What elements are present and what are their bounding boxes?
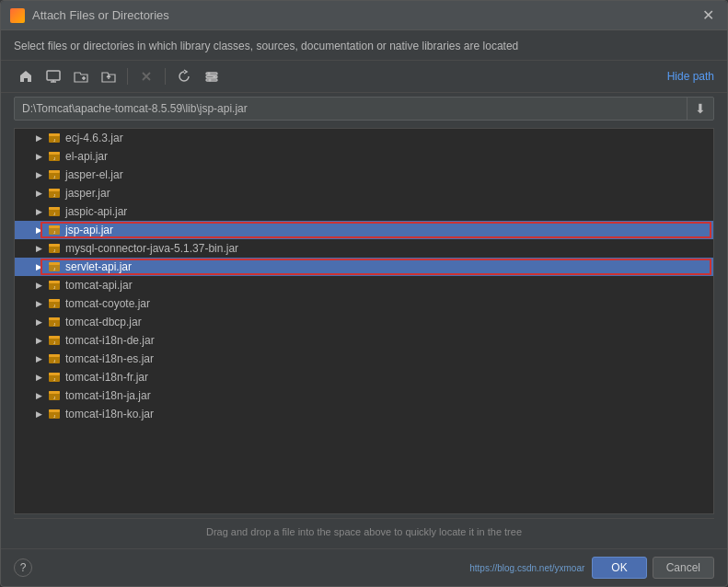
jar-icon: J [48,334,61,347]
folder-up-button[interactable] [97,66,121,86]
ok-button[interactable]: OK [592,557,646,579]
help-button[interactable]: ? [14,558,32,577]
jar-icon: J [48,187,61,200]
list-item[interactable]: ▶ J ecj-4.6.3.jar [15,129,713,147]
expand-arrow-icon: ▶ [33,261,44,272]
jar-icon: J [48,297,61,310]
list-item[interactable]: ▶ J jaspic-api.jar [15,202,713,221]
file-name: el-api.jar [65,150,108,163]
new-folder-button[interactable] [69,66,93,86]
tree-item-wrapper: ▶ J tomcat-i18n-ja.jar [15,386,713,405]
list-item[interactable]: ▶ J tomcat-i18n-fr.jar [15,368,713,386]
expand-arrow-icon: ▶ [33,280,44,291]
tree-item-wrapper: ▶ J jsp-api.jar [15,221,713,239]
toolbar: Hide path [1,61,727,93]
list-item[interactable]: ▶ J el-api.jar [15,147,713,166]
desktop-button[interactable] [41,66,65,86]
jar-icon: J [48,260,61,273]
settings-button[interactable] [200,66,224,86]
svg-text:J: J [53,248,55,253]
jar-icon: J [48,408,61,420]
tree-item-wrapper: ▶ J servlet-api.jar [15,258,713,276]
jar-icon: J [48,371,61,384]
title-bar: Attach Files or Directories ✕ [1,1,727,30]
refresh-button[interactable] [172,66,196,86]
home-button[interactable] [14,66,38,86]
drag-hint: Drag and drop a file into the space abov… [14,518,714,545]
list-item[interactable]: ▶ J servlet-api.jar [15,258,713,276]
dialog-title: Attach Files or Directories [32,8,699,22]
expand-arrow-icon: ▶ [33,353,44,364]
svg-rect-26 [49,244,60,247]
path-download-button[interactable]: ⬇ [687,98,713,120]
svg-text:J: J [53,230,55,235]
file-tree[interactable]: ▶ J ecj-4.6.3.jar▶ J el-api.jar▶ J jaspe… [14,128,714,514]
svg-rect-11 [49,152,60,155]
expand-arrow-icon: ▶ [33,335,44,346]
svg-text:J: J [53,175,55,179]
svg-rect-23 [49,225,60,228]
list-item[interactable]: ▶ J tomcat-i18n-ko.jar [15,405,713,423]
tree-item-wrapper: ▶ J tomcat-i18n-de.jar [15,331,713,350]
toolbar-separator-2 [165,68,166,85]
expand-arrow-icon: ▶ [33,317,44,328]
cancel-button[interactable]: Cancel [653,557,714,579]
svg-rect-38 [49,317,60,320]
close-button[interactable]: ✕ [699,6,718,24]
list-item[interactable]: ▶ J jasper.jar [15,184,713,202]
list-item[interactable]: ▶ J tomcat-i18n-es.jar [15,350,713,368]
tree-item-wrapper: ▶ J ecj-4.6.3.jar [15,129,713,147]
tree-item-wrapper: ▶ J tomcat-i18n-fr.jar [15,368,713,386]
file-name: jasper.jar [65,187,110,200]
svg-rect-47 [49,373,60,375]
file-name: jaspic-api.jar [65,205,127,218]
list-item[interactable]: ▶ J tomcat-dbcp.jar [15,313,713,331]
tree-item-wrapper: ▶ J el-api.jar [15,147,713,166]
list-item[interactable]: ▶ J jsp-api.jar [15,221,713,239]
tree-item-wrapper: ▶ J jasper.jar [15,184,713,202]
file-name: tomcat-coyote.jar [65,297,150,310]
svg-rect-44 [49,354,60,357]
svg-point-4 [208,73,211,75]
list-item[interactable]: ▶ J tomcat-i18n-ja.jar [15,386,713,405]
expand-arrow-icon: ▶ [33,298,44,309]
svg-text:J: J [53,267,55,271]
jar-icon: J [48,168,61,181]
expand-arrow-icon: ▶ [33,132,44,144]
svg-text:J: J [53,359,55,363]
list-item[interactable]: ▶ J mysql-connector-java-5.1.37-bin.jar [15,239,713,258]
svg-text:J: J [53,285,55,290]
bottom-bar: ? https://blog.csdn.net/yxmoar OK Cancel [1,548,727,586]
tree-item-wrapper: ▶ J tomcat-dbcp.jar [15,313,713,331]
svg-text:J: J [53,193,55,198]
file-name: tomcat-i18n-ko.jar [65,408,154,420]
jar-icon: J [48,150,61,163]
path-input[interactable] [15,98,687,119]
expand-arrow-icon: ▶ [33,169,44,180]
jar-icon: J [48,224,61,236]
svg-rect-35 [49,299,60,302]
expand-arrow-icon: ▶ [33,224,44,236]
delete-button[interactable] [134,66,158,86]
hide-path-button[interactable]: Hide path [667,70,714,83]
jar-icon: J [48,352,61,365]
svg-text:J: J [53,138,55,143]
file-name: servlet-api.jar [65,260,132,273]
list-item[interactable]: ▶ J tomcat-i18n-de.jar [15,331,713,350]
svg-rect-0 [47,71,60,80]
svg-text:J: J [53,156,55,161]
list-item[interactable]: ▶ J tomcat-api.jar [15,276,713,294]
list-item[interactable]: ▶ J jasper-el.jar [15,166,713,184]
expand-arrow-icon: ▶ [33,243,44,254]
file-name: tomcat-i18n-es.jar [65,352,154,365]
svg-rect-3 [206,79,217,81]
svg-text:J: J [53,322,55,327]
svg-text:J: J [53,340,55,345]
list-item[interactable]: ▶ J tomcat-coyote.jar [15,294,713,313]
file-name: tomcat-dbcp.jar [65,316,142,328]
app-icon [10,8,25,23]
jar-icon: J [48,316,61,328]
svg-text:J: J [53,212,55,216]
tree-item-wrapper: ▶ J jasper-el.jar [15,166,713,184]
file-name: ecj-4.6.3.jar [65,132,123,144]
